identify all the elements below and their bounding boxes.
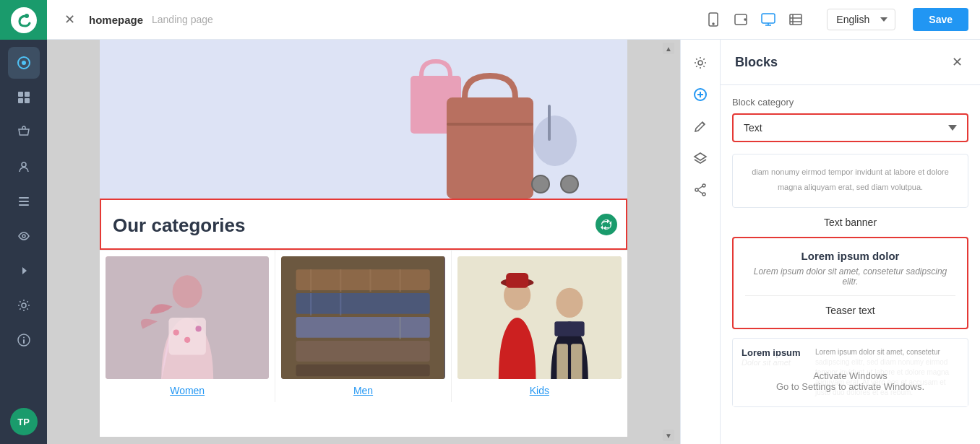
close-button[interactable]: ✕: [59, 9, 80, 30]
svg-rect-7: [25, 98, 30, 103]
sidebar-bottom: TP: [10, 408, 38, 444]
svg-rect-28: [447, 97, 533, 199]
sidebar-item-settings[interactable]: [8, 290, 40, 321]
women-label[interactable]: Women: [170, 385, 205, 396]
logo-icon: [11, 7, 37, 33]
svg-rect-15: [23, 339, 25, 344]
svg-rect-56: [506, 273, 528, 288]
men-label[interactable]: Men: [353, 385, 373, 396]
activate-line1: Activate Windows: [747, 370, 953, 381]
svg-rect-58: [554, 321, 584, 336]
device-icons: [702, 9, 807, 30]
svg-point-16: [23, 337, 25, 339]
text-preview-line2: magna aliquyam erat, sed diam volutpua.: [744, 181, 956, 193]
sidebar-item-marketing[interactable]: [8, 220, 40, 252]
sidebar-item-info[interactable]: [8, 324, 40, 356]
block-category-label: Block category: [732, 97, 968, 108]
sidebar-item-lists[interactable]: [8, 186, 40, 217]
hero-section: [100, 40, 627, 199]
blocks-close-button[interactable]: ✕: [949, 51, 966, 73]
blocks-header: Blocks ✕: [721, 40, 980, 85]
edit-tool[interactable]: [686, 112, 715, 141]
canvas-container: Our categories: [47, 40, 680, 444]
blocks-content: Block category Text Image Video Product …: [721, 85, 980, 444]
layers-tool[interactable]: [686, 144, 715, 173]
svg-point-32: [532, 175, 549, 193]
svg-point-20: [744, 19, 746, 20]
blocks-panel: Blocks ✕ Block category Text Image Video…: [720, 40, 980, 444]
svg-point-13: [22, 303, 26, 308]
svg-point-1: [25, 14, 29, 18]
svg-line-69: [698, 191, 702, 193]
svg-point-33: [561, 175, 578, 193]
product-card-men: Men: [275, 251, 451, 402]
svg-point-0: [13, 9, 35, 31]
left-sidebar: TP: [0, 0, 47, 444]
svg-rect-22: [790, 14, 801, 25]
svg-rect-42: [296, 293, 430, 314]
canvas-inner: Our categories: [100, 40, 627, 437]
product-image-kids: [457, 256, 622, 379]
svg-point-65: [702, 184, 705, 187]
language-select[interactable]: English French German: [827, 9, 895, 30]
activate-notice: Activate Windows Go to Settings to activ…: [733, 356, 968, 406]
sidebar-item-blocks[interactable]: [8, 82, 40, 113]
sidebar-item-users[interactable]: [8, 151, 40, 183]
svg-rect-45: [296, 365, 430, 376]
svg-point-18: [713, 23, 714, 25]
svg-rect-9: [19, 197, 29, 199]
refresh-button[interactable]: [596, 214, 617, 235]
svg-rect-53: [457, 256, 622, 379]
svg-rect-41: [296, 269, 430, 290]
categories-section: Our categories: [100, 199, 627, 250]
svg-rect-31: [548, 105, 551, 141]
svg-point-3: [22, 61, 26, 65]
svg-rect-6: [18, 98, 23, 103]
blocks-panel-title: Blocks: [735, 55, 778, 70]
svg-point-38: [184, 337, 190, 343]
teaser-divider: [745, 295, 955, 296]
tablet-icon[interactable]: [730, 9, 752, 30]
svg-point-30: [533, 116, 577, 166]
svg-point-37: [173, 329, 179, 335]
product-image-women: [106, 256, 269, 379]
user-avatar[interactable]: TP: [10, 408, 38, 435]
top-bar: ✕ homepage Landing page English French G…: [47, 0, 980, 40]
svg-point-8: [22, 162, 26, 167]
text-preview-block[interactable]: diam nonumy eirmod tempor invidunt at la…: [732, 154, 968, 208]
svg-point-35: [173, 275, 202, 308]
teaser-subtitle: Lorem ipsum dolor sit amet, consetetur s…: [745, 266, 955, 287]
svg-rect-21: [762, 14, 775, 23]
sidebar-item-channels[interactable]: [8, 255, 40, 287]
svg-point-67: [695, 188, 698, 191]
block-type-select[interactable]: Text Image Video Product Banner: [732, 113, 968, 142]
page-subtitle: Landing page: [152, 14, 213, 25]
svg-point-61: [698, 61, 702, 65]
settings-tool[interactable]: [686, 48, 715, 77]
canvas-scroll[interactable]: Our categories: [47, 40, 680, 444]
desktop-icon[interactable]: [757, 9, 779, 30]
right-tools-panel: [680, 40, 720, 444]
logo-area: [0, 0, 47, 40]
list-view-icon[interactable]: [785, 9, 807, 30]
svg-rect-36: [168, 318, 205, 354]
sidebar-item-shop[interactable]: [8, 116, 40, 148]
activate-line2: Go to Settings to activate Windows.: [747, 381, 953, 392]
share-tool[interactable]: [686, 175, 715, 204]
save-button[interactable]: Save: [913, 8, 968, 31]
svg-rect-10: [19, 201, 29, 202]
svg-rect-43: [296, 317, 430, 338]
sidebar-item-dashboard[interactable]: [8, 47, 40, 79]
teaser-preview-block[interactable]: Lorem ipsum dolor Lorem ipsum dolor sit …: [732, 237, 968, 329]
teaser-label: Teaser text: [745, 305, 955, 316]
kids-label[interactable]: Kids: [530, 385, 549, 396]
lorem-preview-block[interactable]: Lorem ipsum Dolor sit amet Lorem ipsum d…: [732, 338, 968, 407]
svg-rect-29: [447, 123, 533, 126]
svg-point-39: [195, 326, 201, 331]
svg-rect-59: [556, 344, 567, 379]
add-tool[interactable]: [686, 80, 715, 109]
svg-point-12: [22, 235, 25, 238]
svg-line-68: [698, 186, 702, 189]
svg-rect-60: [571, 344, 582, 379]
mobile-icon[interactable]: [702, 9, 724, 30]
